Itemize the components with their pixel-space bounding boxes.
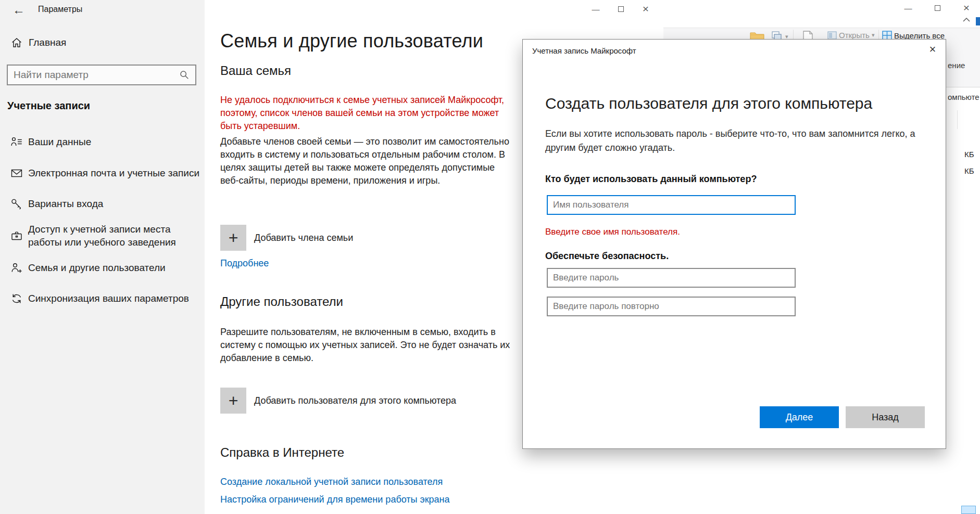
open-toolbar-button[interactable]: Открыть ▾ [827,31,874,40]
learn-more-link[interactable]: Подробнее [220,258,269,269]
sidebar-item-label: Синхронизация ваших параметров [28,292,189,305]
add-user-label: Добавить пользователя для этого компьюте… [254,395,456,406]
minimize-button[interactable]: — [583,0,608,18]
add-family-member-label: Добавить члена семьи [254,233,353,243]
sidebar-item-label: Ваши данные [28,135,91,148]
dialog-subtitle: Если вы хотите использовать пароль - выб… [545,127,931,155]
envelope-icon [10,167,23,179]
page-title: Семья и другие пользователи [220,30,483,52]
back-button[interactable]: ← [8,1,29,19]
sidebar-item-email-accounts[interactable]: Электронная почта и учетные записи [0,166,205,179]
add-family-member-button[interactable]: + Добавить члена семьи [220,225,353,251]
sidebar-item-home[interactable]: Главная [10,36,66,49]
security-label: Обеспечьте безопасность. [545,251,669,262]
online-help-heading: Справка в Интернете [220,445,344,460]
create-user-dialog: Учетная запись Майкрософт × Создать поль… [522,39,946,449]
search-icon [179,69,190,81]
family-error-text: Не удалось подключиться к семье учетных … [220,94,513,133]
user-plus-icon [10,262,23,274]
maximize-button[interactable] [608,0,633,18]
sidebar-item-label: Семья и другие пользователи [28,261,166,274]
sync-icon [10,292,23,305]
dropdown-icon: ▾ [872,32,875,38]
select-all-label: Выделить все [894,31,945,40]
search-box [7,65,196,85]
sidebar-item-work-access[interactable]: Доступ к учетной записи места работы или… [0,223,205,249]
close-button[interactable]: × [633,0,658,18]
maximize-icon [618,6,624,12]
family-section-heading: Ваша семья [220,63,291,78]
file-size-value: КБ [964,150,974,159]
dialog-title-bar-text: Учетная запись Майкрософт [532,46,636,55]
username-error-text: Введите свое имя пользователя. [545,227,680,237]
sidebar-item-signin-options[interactable]: Варианты входа [0,197,205,210]
ribbon-group-label: ение [948,61,965,70]
sidebar-item-sync-settings[interactable]: Синхронизация ваших параметров [0,292,205,305]
help-link-local-account[interactable]: Создание локальной учетной записи пользо… [220,477,443,487]
settings-sidebar: ← Параметры Главная Учетные записи [0,0,205,514]
explorer-close-button[interactable]: × [952,0,980,16]
search-input[interactable] [8,69,179,81]
sidebar-section-title: Учетные записи [7,100,90,112]
who-uses-label: Кто будет использовать данный компьютер? [545,174,757,185]
sidebar-home-label: Главная [29,37,66,48]
open-file-icon [827,31,837,40]
family-description: Добавьте членов своей семьи — это позвол… [220,135,513,187]
other-users-description: Разрешите пользователям, не включенным в… [220,326,513,365]
open-button-label: Открыть [839,31,870,40]
home-icon [10,36,23,49]
other-users-heading: Другие пользователи [220,294,343,309]
sidebar-item-label: Доступ к учетной записи места работы или… [28,223,191,249]
settings-window-title: Параметры [38,5,82,14]
view-toggle-button[interactable] [961,506,976,514]
sidebar-item-your-info[interactable]: Ваши данные [0,135,205,148]
help-link-screen-time[interactable]: Настройка ограничений для времени работы… [220,494,450,505]
dialog-close-button[interactable]: × [924,42,941,57]
sidebar-item-label: Варианты входа [28,197,103,210]
plus-icon: + [220,225,246,251]
sidebar-item-label: Электронная почта и учетные записи [28,166,199,179]
address-bar-text: омпьюте… [948,93,980,101]
back-button-dialog[interactable]: Назад [846,406,925,428]
explorer-minimize-button[interactable]: — [894,0,923,16]
maximize-icon [935,5,940,11]
password-repeat-input[interactable] [547,297,796,316]
username-input[interactable] [547,195,796,215]
explorer-maximize-button[interactable] [923,0,952,16]
key-icon [10,198,23,210]
collapse-ribbon-icon[interactable] [962,17,971,23]
add-user-button[interactable]: + Добавить пользователя для этого компью… [220,388,456,414]
plus-icon: + [220,388,246,414]
help-icon[interactable] [976,17,980,25]
explorer-window-controls: — × [894,0,980,16]
settings-window-controls: — × [583,0,658,18]
column-separator [957,110,958,129]
sidebar-item-family-other-users[interactable]: Семья и другие пользователи [0,261,205,274]
next-button[interactable]: Далее [760,406,839,428]
password-input[interactable] [547,268,796,288]
briefcase-icon [10,229,23,242]
file-size-value: КБ [964,166,974,175]
dialog-heading: Создать пользователя для этого компьютер… [545,95,872,112]
user-card-icon [10,136,23,148]
